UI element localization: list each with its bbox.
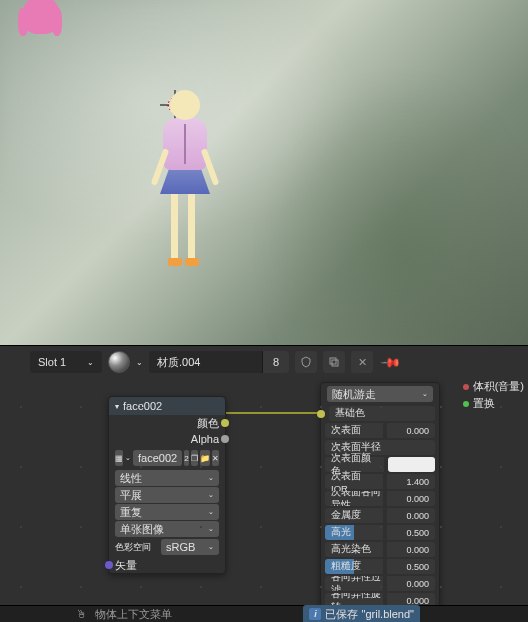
image-texture-node[interactable]: ▾ face002 颜色 Alpha ▦ ⌄ face002 2 ❒ 📁 ✕ 线… xyxy=(108,396,226,574)
user-count[interactable]: 8 xyxy=(262,351,289,373)
prop-金属度[interactable]: 金属度0.000 xyxy=(325,507,435,524)
proj-dropdown[interactable]: 平展⌄ xyxy=(115,487,219,503)
slot-dropdown[interactable]: Slot 1⌄ xyxy=(30,351,102,373)
prop-各向异性旋转[interactable]: 各向异性旋转0.000 xyxy=(325,592,435,605)
prop-高光染色[interactable]: 高光染色0.000 xyxy=(325,541,435,558)
alpha-output-socket[interactable] xyxy=(221,435,229,443)
color-output-socket[interactable] xyxy=(221,419,229,427)
node-header[interactable]: ▾ face002 xyxy=(109,397,225,415)
svg-rect-7 xyxy=(332,360,338,366)
image-name-field[interactable]: face002 xyxy=(133,450,182,466)
status-bar: 🖱 物体上下文菜单 i 已保存 "gril.blend" xyxy=(0,605,528,622)
open-icon[interactable]: 📁 xyxy=(200,450,210,466)
prop-各向异性过滤[interactable]: 各向异性过滤0.000 xyxy=(325,575,435,592)
mouse-icon: 🖱 xyxy=(76,608,87,620)
material-preview-icon[interactable] xyxy=(108,351,130,373)
saved-notification: i 已保存 "gril.blend" xyxy=(303,605,420,623)
copy-icon[interactable] xyxy=(323,351,345,373)
collapse-icon[interactable]: ▾ xyxy=(115,402,119,411)
node-editor[interactable]: Slot 1⌄ ⌄ 材质.004 8 ✕ 📌 体积(音量) 置换 ▾ face0… xyxy=(0,345,528,605)
context-menu-hint: 物体上下文菜单 xyxy=(95,607,172,622)
prop-粗糙度[interactable]: 粗糙度0.500 xyxy=(325,558,435,575)
source-dropdown[interactable]: 单张图像⌄ xyxy=(115,521,219,537)
svg-rect-6 xyxy=(330,358,336,364)
shield-icon[interactable] xyxy=(295,351,317,373)
repeat-dropdown[interactable]: 重复⌄ xyxy=(115,504,219,520)
remove-icon[interactable]: ✕ xyxy=(212,450,219,466)
info-icon: i xyxy=(309,608,321,620)
unlink-icon[interactable]: ❒ xyxy=(191,450,198,466)
image-users[interactable]: 2 xyxy=(184,450,189,466)
principled-bsdf-node[interactable]: 随机游走⌄ 基础色次表面0.000次表面半径次表面颜色次表面IOR1.400次表… xyxy=(320,382,440,605)
viewport-3d[interactable] xyxy=(0,0,528,345)
node-link xyxy=(226,409,326,421)
vector-input-socket[interactable] xyxy=(105,561,113,569)
node-legend: 体积(音量) 置换 xyxy=(459,378,528,412)
close-icon[interactable]: ✕ xyxy=(351,351,373,373)
image-icon[interactable]: ▦ xyxy=(115,450,123,466)
prop-次表面[interactable]: 次表面0.000 xyxy=(325,422,435,439)
material-name-field[interactable]: 材质.004 8 xyxy=(149,351,289,373)
colorspace-dropdown[interactable]: sRGB⌄ xyxy=(161,539,219,555)
sss-method-dropdown[interactable]: 随机游走⌄ xyxy=(327,386,433,402)
interp-dropdown[interactable]: 线性⌄ xyxy=(115,470,219,486)
pin-icon[interactable]: 📌 xyxy=(380,351,402,373)
prop-次表面IOR[interactable]: 次表面IOR1.400 xyxy=(325,473,435,490)
prop-次表面各向异性[interactable]: 次表面各向异性0.000 xyxy=(325,490,435,507)
material-header: Slot 1⌄ ⌄ 材质.004 8 ✕ 📌 xyxy=(0,346,528,378)
